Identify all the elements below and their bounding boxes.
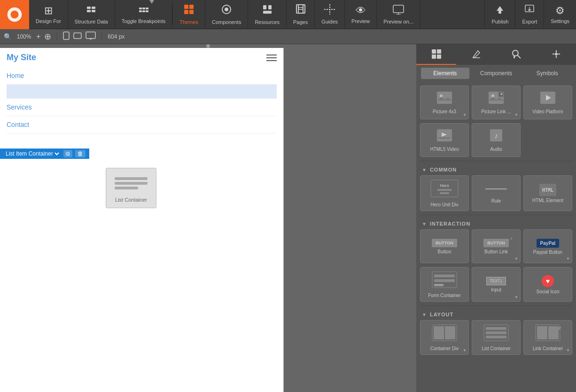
structure-data-icon <box>86 4 96 17</box>
svg-rect-21 <box>296 5 303 13</box>
list-thumb-label: List Container <box>115 197 147 203</box>
svg-rect-67 <box>434 284 444 286</box>
panel-tab-search[interactable] <box>496 44 536 65</box>
layout-collapse-arrow: ▼ <box>422 312 427 317</box>
toolbar-export-label: Export <box>522 19 537 24</box>
picture-4x3-label: Picture 4x3 <box>433 109 456 115</box>
button-link-label: Button Link <box>484 249 508 255</box>
mobile-landscape-button[interactable] <box>73 32 82 41</box>
panel-tab-style[interactable] <box>456 44 496 65</box>
element-container-div[interactable]: Container Div ▼ <box>420 320 469 355</box>
components-icon <box>221 4 232 18</box>
element-picture-4x3[interactable]: Picture 4x3 ▼ <box>420 86 469 119</box>
element-html-element[interactable]: HTML HTML Element <box>523 175 572 211</box>
svg-rect-35 <box>86 32 95 39</box>
audio-icon: ♪ <box>490 129 503 145</box>
svg-rect-72 <box>486 327 506 330</box>
toolbar-export[interactable]: Export <box>515 0 544 29</box>
layout-section-label: LAYOUT <box>430 312 453 317</box>
svg-point-1 <box>11 10 19 18</box>
toolbar-themes[interactable]: Themes <box>173 0 205 29</box>
element-form-container[interactable]: Form Container <box>420 267 469 302</box>
add-breakpoint-button[interactable]: ⊕ <box>44 31 51 42</box>
site-title: My Site <box>7 53 36 63</box>
delete-element-button[interactable]: 🗑 <box>75 150 86 157</box>
svg-rect-61 <box>437 189 451 191</box>
element-picture-link[interactable]: Picture Link ... ▼ <box>472 86 521 119</box>
logo[interactable] <box>0 0 29 29</box>
nav-item-contact[interactable]: Contact <box>7 116 277 133</box>
button-icon: BUTTON <box>432 239 457 247</box>
element-rule[interactable]: Rule <box>472 175 521 211</box>
toolbar-components[interactable]: Components <box>205 0 248 29</box>
sub-tab-elements[interactable]: Elements <box>421 68 469 79</box>
section-divider-common <box>420 161 572 161</box>
element-hero-unit-div[interactable]: Hero Hero Unit Div <box>420 175 469 211</box>
hero-unit-div-icon: Hero <box>430 180 459 200</box>
element-link-container[interactable]: ↗ Link Container ▼ <box>523 320 572 355</box>
element-button[interactable]: BUTTON Button <box>420 229 469 263</box>
nav-item-home[interactable]: Home <box>7 67 277 85</box>
svg-rect-38 <box>432 49 436 54</box>
svg-rect-45 <box>514 55 515 58</box>
element-social-icon[interactable]: ♥ Social Icon <box>523 267 572 302</box>
element-button-link[interactable]: BUTTON ↗ Button Link ▼ <box>472 229 521 263</box>
section-header-common[interactable]: ▼ COMMON <box>420 163 572 175</box>
toolbar-toggle-breakpoints[interactable]: Toggle Breakpoints <box>115 0 173 29</box>
panel-tab-settings[interactable] <box>536 44 576 65</box>
list-container-label: List Container <box>482 346 511 352</box>
sub-tab-symbols[interactable]: Symbols <box>523 68 571 79</box>
svg-rect-33 <box>63 32 69 39</box>
layout-grid: Container Div ▼ List Container <box>420 320 572 355</box>
nav-item-active[interactable] <box>7 85 277 99</box>
element-html5-video[interactable]: HTML5 Video <box>420 123 469 157</box>
toggle-breakpoints-icon <box>139 5 149 17</box>
toolbar-preview[interactable]: 👁 Preview <box>345 0 377 29</box>
pages-icon <box>295 4 306 18</box>
zoom-in-button[interactable]: + <box>36 32 40 41</box>
mobile-portrait-button[interactable] <box>63 31 70 42</box>
element-audio[interactable]: ♪ Audio <box>472 123 521 157</box>
element-paypal-button[interactable]: PayPal Paypal Button ▼ <box>523 229 572 263</box>
site-nav: Home Services Contact <box>0 67 283 133</box>
hamburger-menu[interactable] <box>266 55 277 61</box>
container-div-icon <box>432 324 457 344</box>
section-header-interaction[interactable]: ▼ INTERACTION <box>420 217 572 229</box>
sub-tab-components[interactable]: Components <box>472 68 521 79</box>
right-panel: Elements Components Symbols Picture <box>416 44 576 392</box>
duplicate-element-button[interactable]: ⧉ <box>63 150 72 157</box>
desktop-button[interactable] <box>86 31 96 42</box>
toolbar-preview-on[interactable]: Preview on... <box>377 0 420 29</box>
toolbar-resources[interactable]: Resources <box>248 0 287 29</box>
svg-rect-66 <box>434 279 455 282</box>
toolbar-resources-label: Resources <box>255 19 280 25</box>
svg-rect-10 <box>142 10 145 12</box>
element-input[interactable]: TEXT| Input ▼ <box>472 267 521 302</box>
element-list-container[interactable]: List Container <box>472 320 521 355</box>
list-container-thumb[interactable]: List Container <box>106 168 156 208</box>
preview-icon: 👁 <box>356 5 366 17</box>
toolbar-guides[interactable]: Guides <box>315 0 345 29</box>
toolbar-publish[interactable]: Publish <box>484 0 515 29</box>
toolbar-pages[interactable]: Pages <box>287 0 315 29</box>
zoom-out-button[interactable]: 🔍 <box>4 33 12 40</box>
selected-element-select[interactable]: List Item Container <box>4 150 61 157</box>
svg-rect-69 <box>434 326 444 339</box>
panel-tab-elements[interactable] <box>416 44 456 65</box>
element-video-platform[interactable]: Video Platform <box>523 86 572 119</box>
html5-video-icon <box>436 129 452 145</box>
toolbar-pages-label: Pages <box>293 19 308 25</box>
toolbar-settings[interactable]: ⚙ Settings <box>544 0 576 29</box>
toolbar-publish-label: Publish <box>491 19 508 24</box>
html5-video-label: HTML5 Video <box>430 147 459 152</box>
hamburger-line <box>266 57 277 58</box>
canvas-handle-dot[interactable] <box>206 44 210 48</box>
canvas-white: My Site Home Services Contact List Item … <box>0 48 284 392</box>
svg-rect-18 <box>263 5 266 9</box>
section-header-layout[interactable]: ▼ LAYOUT <box>420 308 572 320</box>
toolbar-design-for[interactable]: ⊞ Design For <box>29 0 68 29</box>
section-divider-layout <box>420 306 572 306</box>
toolbar-structure-data[interactable]: Structure Data <box>68 0 115 29</box>
svg-rect-74 <box>486 336 506 338</box>
nav-item-services[interactable]: Services <box>7 99 277 116</box>
